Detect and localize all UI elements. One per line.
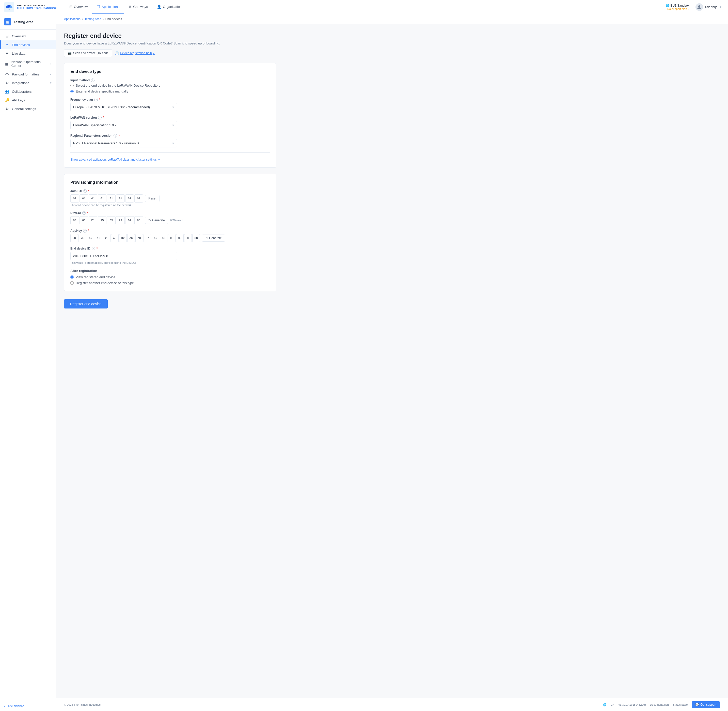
join-eui-reset-btn[interactable]: Reset <box>145 195 159 202</box>
app-key-help-icon[interactable]: ? <box>83 229 87 233</box>
documentation-link[interactable]: Documentation <box>650 703 669 706</box>
radio-repository[interactable] <box>70 84 74 87</box>
sidebar-item-general-settings[interactable]: ⚙ General settings <box>0 105 56 113</box>
sidebar-item-live-data[interactable]: ≡ Live data <box>0 49 56 58</box>
app-key-byte-15[interactable]: 3C <box>192 234 200 242</box>
nav-gateways[interactable]: ⊛ Gateways <box>124 0 152 14</box>
join-eui-byte-2[interactable]: 01 <box>88 195 97 202</box>
app-key-byte-5[interactable]: AE <box>111 234 119 242</box>
sidebar-item-api-keys[interactable]: 🔑 API keys <box>0 96 56 105</box>
globe-footer-icon: 🌐 <box>603 703 607 707</box>
dev-eui-byte-7[interactable]: 88 <box>134 216 143 224</box>
join-eui-byte-4[interactable]: 01 <box>107 195 116 202</box>
app-key-byte-4[interactable]: 28 <box>103 234 111 242</box>
join-eui-help-icon[interactable]: ? <box>83 189 87 193</box>
breadcrumb-applications[interactable]: Applications <box>64 17 81 21</box>
app-key-byte-12[interactable]: 09 <box>168 234 175 242</box>
username-label: l-dannijs <box>705 5 717 9</box>
join-eui-hex-boxes: 01 01 01 01 01 01 01 01 <box>70 195 143 202</box>
join-eui-label: JoinEUI ? * <box>70 189 270 193</box>
status-page-link[interactable]: Status page <box>673 703 688 706</box>
radio-view-registered[interactable]: View registered end device <box>70 275 270 279</box>
sidebar-app-name: Testing Area <box>14 20 33 24</box>
dev-eui-byte-2[interactable]: E1 <box>88 216 97 224</box>
frequency-plan-help-icon[interactable]: ? <box>94 98 98 102</box>
lorawan-version-label: LoRaWAN version ? * <box>70 116 270 119</box>
end-device-id-input[interactable] <box>70 252 177 260</box>
lorawan-version-help-icon[interactable]: ? <box>98 116 102 119</box>
radio-manual[interactable] <box>70 90 74 93</box>
app-key-byte-0[interactable]: 2B <box>70 234 78 242</box>
radio-register-another-input[interactable] <box>70 281 74 285</box>
dev-eui-byte-4[interactable]: 05 <box>107 216 116 224</box>
general-settings-sidebar-icon: ⚙ <box>5 107 9 111</box>
regional-params-select[interactable]: RP001 Regional Parameters 1.0.2 revision… <box>70 139 177 148</box>
join-eui-byte-6[interactable]: 01 <box>125 195 134 202</box>
radio-view-registered-input[interactable] <box>70 276 74 279</box>
no-support-link[interactable]: No support plan ? <box>667 7 690 10</box>
sidebar-item-collaborators[interactable]: 👥 Collaborators <box>0 87 56 96</box>
advanced-settings-toggle[interactable]: Show advanced activation, LoRaWAN class … <box>70 158 160 161</box>
user-menu[interactable]: l-dannijs ▼ <box>693 2 724 12</box>
content-area: Register end device Does your end device… <box>56 24 284 317</box>
app-key-generate-btn[interactable]: ↻ Generate <box>202 235 225 242</box>
dev-eui-generate-btn[interactable]: ↻ Generate <box>145 217 168 224</box>
nav-overview[interactable]: ⊞ Overview <box>65 0 92 14</box>
region-info: 🌐 EU1 Sandbox No support plan ? <box>666 4 690 10</box>
input-method-help-icon[interactable]: ? <box>91 78 94 82</box>
frequency-plan-field: Frequency plan ? * Europe 863-870 MHz (S… <box>70 98 270 111</box>
join-eui-byte-7[interactable]: 01 <box>134 195 143 202</box>
sidebar-item-payload-formatters[interactable]: <> Payload formatters ▾ <box>0 70 56 78</box>
app-key-byte-10[interactable]: 15 <box>152 234 159 242</box>
sidebar-item-end-devices[interactable]: ✦ End devices <box>0 40 56 49</box>
end-device-id-help-icon[interactable]: ? <box>92 247 95 250</box>
dev-eui-help-icon[interactable]: ? <box>82 211 86 215</box>
register-end-device-btn[interactable]: Register end device <box>64 299 108 308</box>
app-key-byte-14[interactable]: 4F <box>184 234 192 242</box>
app-key-byte-7[interactable]: A6 <box>127 234 135 242</box>
radio-register-another[interactable]: Register another end device of this type <box>70 281 270 285</box>
app-key-byte-3[interactable]: 16 <box>95 234 102 242</box>
scan-qr-btn[interactable]: 📷 Scan end device QR code <box>64 49 112 57</box>
regional-params-help-icon[interactable]: ? <box>113 134 117 137</box>
dev-eui-byte-0[interactable]: 00 <box>70 216 79 224</box>
sidebar-nav: ⊞ Overview ✦ End devices ≡ Live data ▦ N… <box>0 30 56 701</box>
app-key-byte-13[interactable]: CF <box>176 234 184 242</box>
dev-eui-byte-1[interactable]: 80 <box>80 216 88 224</box>
join-eui-byte-1[interactable]: 01 <box>80 195 88 202</box>
sidebar-item-network-ops[interactable]: ▦ Network Operations Center ↗ <box>0 58 56 70</box>
device-registration-help-link[interactable]: 📄 Device registration help ↗ <box>115 51 155 55</box>
nav-organizations[interactable]: 👤 Organizations <box>152 0 188 14</box>
dev-eui-byte-3[interactable]: 15 <box>98 216 106 224</box>
lorawan-version-select[interactable]: LoRaWAN Specification 1.0.2 <box>70 121 177 129</box>
radio-option-repository[interactable]: Select the end device in the LoRaWAN Dev… <box>70 84 270 87</box>
breadcrumb-testing-area[interactable]: Testing Area <box>85 17 101 21</box>
sidebar-item-integrations[interactable]: ⚙ Integrations ▾ <box>0 78 56 87</box>
get-support-btn[interactable]: 💬 Get support <box>692 701 720 708</box>
dev-eui-byte-5[interactable]: 99 <box>116 216 125 224</box>
network-logo-icon <box>4 2 14 12</box>
app-key-byte-11[interactable]: 88 <box>160 234 167 242</box>
frequency-plan-required: * <box>99 98 100 102</box>
dev-eui-byte-6[interactable]: BA <box>125 216 134 224</box>
join-eui-field: JoinEUI ? * 01 01 01 01 01 <box>70 189 270 207</box>
join-eui-byte-5[interactable]: 01 <box>116 195 125 202</box>
sidebar-item-overview[interactable]: ⊞ Overview <box>0 32 56 40</box>
app-key-byte-1[interactable]: 7E <box>78 234 86 242</box>
join-eui-byte-0[interactable]: 01 <box>70 195 79 202</box>
frequency-plan-select[interactable]: Europe 863-870 MHz (SF9 for RX2 - recomm… <box>70 103 177 111</box>
sidebar-network-ops-label: Network Operations Center <box>12 60 47 68</box>
top-navigation: THE THinGS NeTWoRK THE THinGS STACK SAND… <box>0 0 728 14</box>
app-key-byte-8[interactable]: AB <box>136 234 143 242</box>
chevron-down-advanced-icon: ▾ <box>158 158 160 161</box>
app-key-byte-2[interactable]: 15 <box>87 234 94 242</box>
app-key-byte-6[interactable]: D2 <box>119 234 127 242</box>
app-key-byte-9[interactable]: F7 <box>143 234 151 242</box>
nav-applications[interactable]: ☐ Applications <box>92 0 124 14</box>
hide-sidebar-btn[interactable]: ‹ Hide sidebar <box>0 701 56 711</box>
camera-icon: 📷 <box>68 51 72 55</box>
provisioning-section: Provisioning information JoinEUI ? * 01 <box>64 174 276 291</box>
after-registration-title: After registration <box>70 269 270 273</box>
join-eui-byte-3[interactable]: 01 <box>98 195 106 202</box>
radio-option-manual[interactable]: Enter end device specifics manually <box>70 90 270 93</box>
